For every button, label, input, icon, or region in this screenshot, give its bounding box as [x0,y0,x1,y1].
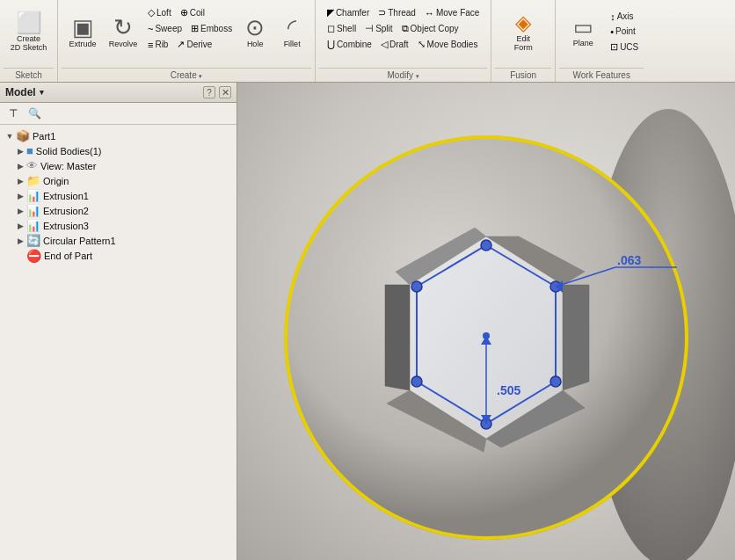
ucs-button[interactable]: ⊡ UCS [607,40,642,55]
rib-label: Rib [155,40,168,49]
extrude-button[interactable]: ▣ Extrude [63,5,102,58]
axis-button[interactable]: ↕ Axis [607,10,642,24]
viewport[interactable]: .063 .505 [237,83,735,560]
filter-button[interactable]: ⊤ [5,105,21,121]
tree-item-circular-pattern1[interactable]: ▶ 🔄 Circular Pattern1 [0,233,237,248]
combine-label: Combine [337,40,372,49]
coil-icon: ⊕ [180,7,188,18]
thread-label: Thread [388,8,416,18]
svg-point-15 [411,376,422,387]
split-icon: ⊣ [365,23,374,34]
split-button[interactable]: ⊣ Split [361,21,396,36]
expand-extrusion1[interactable]: ▶ [14,192,26,200]
tree-item-part1[interactable]: ▼ 📦 Part1 [0,128,237,143]
chamfer-icon: ◤ [327,7,334,18]
tree-item-extrusion3[interactable]: ▶ 📊 Extrusion3 [0,218,237,233]
loft-icon: ◇ [148,7,155,18]
expand-solid-bodies[interactable]: ▶ [14,147,26,156]
coil-button[interactable]: ⊕ Coil [177,5,208,20]
search-button[interactable]: 🔍 [25,105,45,121]
close-panel-button[interactable]: ✕ [219,86,231,98]
create-items: ▣ Extrude ↻ Revolve ◇ Loft ⊕ [62,2,311,68]
create-2d-sketch-button[interactable]: ⬜ Create 2D Sketch [6,5,52,58]
fillet-icon: ◜ [287,16,296,39]
side-panel-title-group: Model ▾ [5,86,44,98]
create-label-text: Create [171,70,197,80]
copy-object-button[interactable]: ⧉ Object Copy [398,21,462,36]
copy-object-icon: ⧉ [402,23,409,34]
sweep-button[interactable]: ~ Sweep [144,22,186,36]
sketch-icon: ⬜ [16,12,42,33]
edit-form-button[interactable]: ◈ Edit Form [497,5,549,58]
rib-button[interactable]: ≡ Rib [144,38,171,52]
expand-part1[interactable]: ▼ [4,132,16,141]
hole-icon: ⊙ [245,16,265,39]
work-features-col: ▭ Plane ↕ Axis • Point [561,5,642,58]
point-label: Point [615,26,636,36]
copy-object-label: Object Copy [411,24,459,33]
sketch-items: ⬜ Create 2D Sketch [4,2,54,68]
svg-point-16 [411,281,422,292]
move-bodies-icon: ⤡ [418,39,426,50]
modify-items: ◤ Chamfer ⊃ Thread ↔ Move Face [322,2,485,68]
solid-bodies-icon: ■ [26,144,33,157]
create-small-col1: ◇ Loft ⊕ Coil ~ Sweep [144,5,236,52]
expand-extrusion2[interactable]: ▶ [14,207,26,215]
combine-icon: ⋃ [327,39,335,50]
shell-icon: ◻ [327,23,335,34]
model-tree: ▼ 📦 Part1 ▶ ■ Solid Bodies(1) ▶ 👁 View: … [0,125,237,560]
expand-origin[interactable]: ▶ [14,177,26,185]
fillet-button[interactable]: ◜ Fillet [274,5,309,58]
thread-button[interactable]: ⊃ Thread [375,5,419,20]
combine-button[interactable]: ⋃ Combine [324,37,375,52]
create-row3: ≡ Rib ↗ Derive [144,37,236,52]
move-bodies-button[interactable]: ⤡ Move Bodies [414,37,482,52]
end-of-part-icon: ⛔ [26,249,41,263]
solid-bodies-label: Solid Bodies(1) [36,146,102,156]
work-features-row1: ▭ Plane ↕ Axis • Point [561,5,642,58]
plane-icon: ▭ [573,17,593,38]
sketch-section-label: Sketch [4,68,54,80]
tree-item-extrusion1[interactable]: ▶ 📊 Extrusion1 [0,188,237,203]
expand-extrusion3[interactable]: ▶ [14,222,26,230]
ucs-icon: ⊡ [610,41,618,53]
expand-circular-pattern1[interactable]: ▶ [14,236,26,245]
help-button[interactable]: ? [203,86,215,98]
chamfer-label: Chamfer [336,8,369,18]
modify-col: ◤ Chamfer ⊃ Thread ↔ Move Face [324,5,484,52]
derive-button[interactable]: ↗ Derive [173,37,215,52]
draft-label: Draft [389,40,409,49]
emboss-button[interactable]: ⊞ Emboss [187,21,236,36]
tree-item-origin[interactable]: ▶ 📁 Origin [0,173,237,188]
fillet-label: Fillet [284,40,301,48]
plane-button[interactable]: ▭ Plane [561,5,605,58]
coil-label: Coil [190,8,205,18]
sweep-icon: ~ [148,24,153,34]
extrude-icon: ▣ [72,16,94,39]
tree-item-extrusion2[interactable]: ▶ 📊 Extrusion2 [0,203,237,218]
fusion-items: ◈ Edit Form [495,2,551,68]
move-face-label: Move Face [436,8,479,18]
tree-item-solid-bodies[interactable]: ▶ ■ Solid Bodies(1) [0,143,237,158]
svg-point-13 [550,376,561,387]
work-features-section-label: Work Features [559,68,644,80]
hole-button[interactable]: ⊙ Hole [237,5,273,58]
chamfer-button[interactable]: ◤ Chamfer [324,5,373,20]
point-button[interactable]: • Point [607,25,642,39]
tree-item-end-of-part[interactable]: ⛔ End of Part [0,248,237,264]
modify-row2: ◻ Shell ⊣ Split ⧉ Object Copy [324,21,484,36]
revolve-button[interactable]: ↻ Revolve [104,5,142,58]
shell-button[interactable]: ◻ Shell [324,21,360,36]
view-master-label: View: Master [40,161,96,171]
draft-button[interactable]: ◁ Draft [377,37,412,52]
toolbar-content: ⬜ Create 2D Sketch Sketch ▣ Extrude ↻ Re… [0,0,735,82]
expand-view-master[interactable]: ▶ [14,162,26,171]
origin-label: Origin [43,176,69,186]
loft-button[interactable]: ◇ Loft [144,5,175,20]
sketch-label: Create 2D Sketch [11,34,47,52]
tree-item-view-master[interactable]: ▶ 👁 View: Master [0,158,237,173]
model-dropdown-arrow[interactable]: ▾ [40,88,44,97]
move-face-button[interactable]: ↔ Move Face [421,6,483,20]
side-panel-toolbar: ⊤ 🔍 [0,103,237,125]
circular-pattern1-icon: 🔄 [26,234,40,247]
